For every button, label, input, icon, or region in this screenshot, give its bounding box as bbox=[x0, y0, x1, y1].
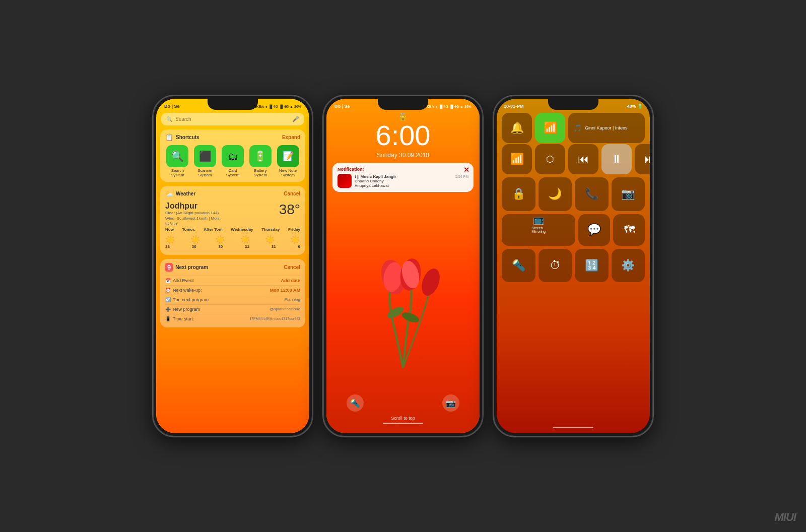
airplay-icon: 📺 bbox=[533, 214, 544, 225]
notif-row: t || Music Kapil Jangir 5:54 PM Chaand C… bbox=[338, 174, 468, 188]
shortcut-newnote-icon: 📝 bbox=[277, 145, 299, 167]
cc-rewind-tile[interactable]: ⏮ bbox=[568, 144, 598, 174]
home-indicator-2 bbox=[383, 423, 423, 424]
cc-camera-tile[interactable]: 📷 bbox=[612, 177, 645, 211]
calendar-icon: 9 bbox=[165, 263, 173, 272]
shortcut-newnote-label: New NoteSystem bbox=[279, 169, 297, 178]
day-4: Thursday bbox=[261, 227, 280, 232]
shortcuts-title-row: 📋 Shortcuts bbox=[165, 134, 199, 141]
weather-widget: ⛅ Weather Cancel Jodhpur Clear (Air Slig… bbox=[160, 186, 305, 255]
calendar-title-row: 9 Next program bbox=[165, 263, 208, 272]
cal-nextprog-label: ☑️ The next program bbox=[165, 297, 209, 302]
day-2: After Tom bbox=[204, 227, 222, 232]
notif-time: 5:54 PM bbox=[455, 175, 468, 178]
notif-body: Anupriya Lakhawat bbox=[355, 183, 468, 188]
cc-forward-tile[interactable]: ⏭ bbox=[635, 144, 650, 174]
timer-icon: ⏱ bbox=[550, 259, 561, 272]
camera-button[interactable]: 📷 bbox=[442, 394, 459, 412]
weather-header: ⛅ Weather Cancel bbox=[165, 190, 300, 197]
cc-timer-tile[interactable]: ⏱ bbox=[539, 249, 572, 283]
mic-icon: 🎤 bbox=[292, 116, 299, 122]
shortcut-scanner-label: ScannerSystem bbox=[197, 169, 213, 178]
cc-row-2: 🔒 🌙 📞 📷 bbox=[502, 177, 645, 211]
lock-bottom: 🔦 📷 Scroll to top bbox=[326, 394, 480, 424]
day-0: Now bbox=[165, 227, 174, 232]
shortcuts-header: 📋 Shortcuts Expand bbox=[165, 134, 300, 141]
temp-4: 31 bbox=[272, 244, 276, 249]
weather-cancel[interactable]: Cancel bbox=[284, 191, 300, 196]
control-center-grid: 🔔 📶 🎵 Ginni Kapoor | Intens 📶 bbox=[497, 111, 650, 284]
forecast-icons-row: ☀️ ☀️ ☀️ ☀️ ☀️ ☀️ bbox=[165, 235, 300, 244]
media-icon: 🎵 bbox=[573, 124, 582, 132]
shortcut-search[interactable]: 🔍 SearchSystem bbox=[165, 145, 190, 178]
shortcuts-icon: 📋 bbox=[165, 134, 173, 141]
search-icon: 🔍 bbox=[166, 116, 172, 122]
notif-app: t || Music Kapil Jangir bbox=[355, 174, 396, 179]
shortcut-scanner-icon: ⬛ bbox=[194, 145, 216, 167]
notification-popup: Notification: ✕ t || Music Kapil Jangir … bbox=[332, 163, 474, 192]
cc-settings-tile[interactable]: ⚙️ bbox=[612, 249, 645, 283]
weather-title-row: ⛅ Weather bbox=[165, 190, 195, 197]
cc-map-tile[interactable]: 🗺 bbox=[613, 214, 645, 246]
temp-5: 0 bbox=[298, 244, 300, 249]
forecast-icon-3: ☀️ bbox=[240, 235, 250, 244]
notif-content: t || Music Kapil Jangir 5:54 PM Chaand C… bbox=[355, 174, 468, 188]
svg-point-0 bbox=[385, 304, 405, 320]
cc-calc-tile[interactable]: 🔢 bbox=[575, 249, 609, 283]
forecast-icon-5: ☀️ bbox=[290, 235, 300, 244]
miui-watermark: MIUI bbox=[775, 511, 796, 524]
calendar-title: Next program bbox=[175, 264, 208, 270]
shortcut-battery[interactable]: 🔋 BatterySystem bbox=[248, 145, 273, 178]
svg-point-6 bbox=[418, 266, 443, 298]
cc-row-4: 🔦 ⏱ 🔢 ⚙️ bbox=[502, 249, 645, 283]
map-icon: 🗺 bbox=[624, 223, 635, 236]
cal-newprog-label: ➕ New program bbox=[165, 307, 200, 312]
lock-rotate-icon: 🔒 bbox=[512, 187, 525, 201]
search-bar[interactable]: 🔍 Search 🎤 bbox=[161, 113, 304, 125]
lock-time: 6:00 bbox=[326, 121, 480, 150]
shortcut-scanner[interactable]: ⬛ ScannerSystem bbox=[193, 145, 218, 178]
cc-phone-tile[interactable]: 📞 bbox=[575, 177, 609, 211]
forecast-icon-2: ☀️ bbox=[215, 235, 225, 244]
shortcut-card-icon: 🗂 bbox=[222, 145, 244, 167]
screen-mirror-label: ScreenMirroring bbox=[531, 226, 546, 233]
flower-decoration bbox=[353, 242, 453, 383]
wifi2-icon: 📶 bbox=[510, 153, 524, 166]
cc-pause-tile[interactable]: ⏸ bbox=[601, 144, 632, 174]
cc-media-tile[interactable]: 🎵 Ginni Kapoor | Intens bbox=[568, 113, 645, 143]
day-3: Wednesday bbox=[231, 227, 253, 232]
cal-adddate-value[interactable]: Add date bbox=[281, 278, 300, 283]
cc-bluetooth-tile[interactable]: ⬡ bbox=[535, 144, 565, 174]
shortcuts-title: Shortcuts bbox=[176, 135, 199, 140]
notch-2 bbox=[378, 99, 428, 110]
cc-moon-tile[interactable]: 🌙 bbox=[539, 177, 572, 211]
forward-icon: ⏭ bbox=[644, 153, 650, 166]
cc-lockrotate-tile[interactable]: 🔒 bbox=[502, 177, 535, 211]
shortcut-newnote[interactable]: 📝 New NoteSystem bbox=[276, 145, 300, 178]
cal-timestart-value: 17PM44 b庚辰n boo1717our443 bbox=[249, 316, 300, 321]
cal-newprog-value: @npianificazione bbox=[270, 307, 300, 311]
cal-addevent-label: 📅 Add Event bbox=[165, 278, 194, 283]
moon-icon: 🌙 bbox=[548, 187, 562, 201]
flashlight-button[interactable]: 🔦 bbox=[347, 394, 364, 412]
cc-mirroring-tile[interactable]: 📺 ScreenMirroring bbox=[502, 214, 575, 246]
shortcut-card[interactable]: 🗂 CardSystem bbox=[221, 145, 245, 178]
cc-message-tile[interactable]: 💬 bbox=[578, 214, 610, 246]
cc-flashlight-tile[interactable]: 🔦 bbox=[502, 249, 535, 283]
cal-wakeup-value: Mon 12:00 AM bbox=[270, 288, 300, 293]
weather-minmax: 27°/38° bbox=[165, 222, 221, 226]
phone-3: 10-01-PM 48% 🔋 🔔 📶 🎵 Ginn bbox=[493, 95, 654, 437]
calendar-cancel[interactable]: Cancel bbox=[284, 264, 300, 270]
cc-wifi2-tile[interactable]: 📶 bbox=[502, 144, 532, 174]
lock-date: Sunday 30.09.2018 bbox=[326, 152, 480, 159]
cc-wifi-tile[interactable]: 📶 bbox=[535, 113, 565, 143]
cc-bell-tile[interactable]: 🔔 bbox=[502, 113, 532, 143]
cal-nextprog-value: Planning bbox=[285, 297, 300, 302]
weather-icon: ⛅ bbox=[165, 190, 173, 197]
shortcuts-expand[interactable]: Expand bbox=[282, 135, 300, 140]
cal-row-timestart: 📱 Time start: 17PM44 b庚辰n boo1717our443 bbox=[165, 314, 300, 323]
lock-bottom-icons: 🔦 📷 bbox=[326, 394, 480, 412]
forecast-days-row: Now Tomor. After Tom Wednesday Thursday … bbox=[165, 227, 300, 232]
status-left-2: Bo | Se bbox=[334, 104, 350, 109]
notif-close-icon[interactable]: ✕ bbox=[463, 166, 469, 174]
